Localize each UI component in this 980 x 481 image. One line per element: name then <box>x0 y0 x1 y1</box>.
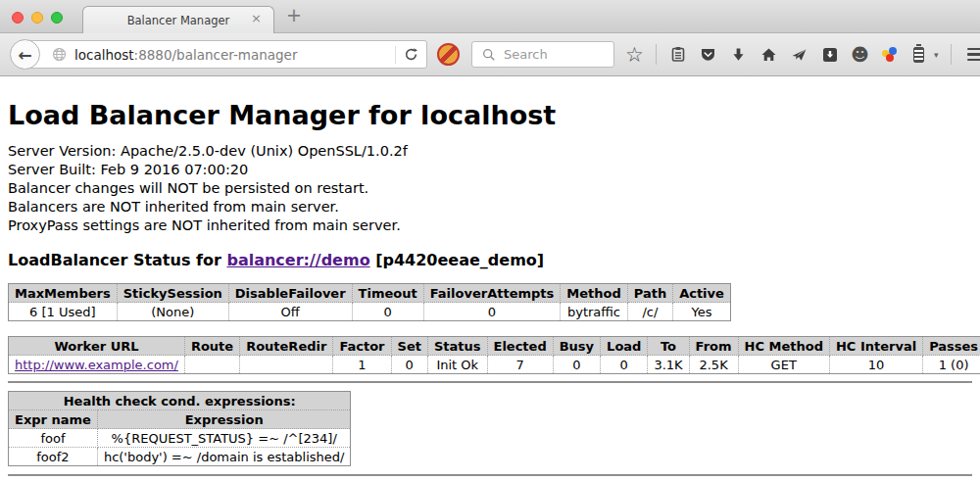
column-header: Active <box>673 284 731 303</box>
table-title-row: Health check cond. expressions: <box>9 392 351 410</box>
worker-url-link[interactable]: http://www.example.com/ <box>15 358 178 372</box>
chat-smiley-extension-icon[interactable]: ☻ <box>851 44 869 66</box>
url-text[interactable]: localhost:8880/balancer-manager <box>74 47 389 63</box>
from-cell: 2.5K <box>689 356 738 374</box>
search-bar[interactable]: Search <box>471 41 614 68</box>
route-cell <box>184 356 239 374</box>
hc-method-cell: GET <box>738 356 829 374</box>
table-row: 6 [1 Used] (None) Off 0 0 bytraffic /c/ … <box>9 303 731 321</box>
column-header: MaxMembers <box>9 284 118 303</box>
timeout-cell: 0 <box>352 303 423 321</box>
column-header: Load <box>601 337 648 356</box>
menu-hamburger-icon[interactable] <box>967 48 980 62</box>
path-cell: /c/ <box>627 303 672 321</box>
minimize-window-button[interactable] <box>31 12 43 24</box>
window-titlebar: Balancer Manager × + <box>0 0 980 33</box>
routeredir-cell <box>240 356 333 374</box>
downloads-icon[interactable] <box>729 44 748 66</box>
set-cell: 0 <box>391 356 427 374</box>
tab-close-icon[interactable]: × <box>251 11 262 25</box>
busy-cell: 0 <box>553 356 600 374</box>
urlbar-divider <box>395 46 396 64</box>
pocket-icon[interactable] <box>699 44 717 66</box>
url-bar[interactable]: localhost:8880/balancer-manager <box>24 40 427 69</box>
server-built-line: Server Built: Feb 9 2016 07:00:20 <box>8 161 972 179</box>
expr-name-cell: foof2 <box>9 448 98 466</box>
passes-cell: 1 (0) <box>923 356 980 374</box>
balancer-summary-table: MaxMembers StickySession DisableFailover… <box>8 283 731 321</box>
table-header-row: Worker URL Route RouteRedir Factor Set S… <box>9 337 980 356</box>
content-blocker-extension-icon[interactable] <box>437 43 460 66</box>
health-check-table: Health check cond. expressions: Expr nam… <box>8 391 351 466</box>
horizontal-rule <box>8 474 972 476</box>
tab-title: Balancer Manager <box>127 14 230 27</box>
table-row: http://www.example.com/ 1 0 Init Ok 7 0 … <box>9 356 980 374</box>
column-header: DisableFailover <box>228 284 352 303</box>
column-header: Worker URL <box>9 337 185 356</box>
new-tab-button[interactable]: + <box>286 4 302 25</box>
column-header: Factor <box>333 337 391 356</box>
navigation-toolbar: ← localhost:8880/balancer-manager Search… <box>0 33 980 76</box>
worker-table: Worker URL Route RouteRedir Factor Set S… <box>8 336 980 374</box>
column-header: RouteRedir <box>240 337 333 356</box>
balancer-status-heading: LoadBalancer Status for balancer://demo … <box>8 251 972 269</box>
close-window-button[interactable] <box>12 12 24 24</box>
url-domain: localhost <box>74 47 134 63</box>
column-header: Busy <box>553 337 600 356</box>
column-header: Passes <box>923 337 980 356</box>
bookmark-star-icon[interactable]: ☆ <box>625 44 644 66</box>
column-header: Elected <box>487 337 553 356</box>
search-icon <box>479 44 498 66</box>
to-cell: 3.1K <box>648 356 689 374</box>
bookmarks-menu-icon[interactable] <box>668 44 687 66</box>
method-cell: bytraffic <box>561 303 627 321</box>
toolbar-divider <box>951 44 952 65</box>
server-version-line: Server Version: Apache/2.5.0-dev (Unix) … <box>8 142 972 161</box>
zoom-window-button[interactable] <box>51 12 63 24</box>
failoverattempts-cell: 0 <box>423 303 561 321</box>
maxmembers-cell: 6 [1 Used] <box>9 303 118 321</box>
download-extension-icon[interactable] <box>820 44 839 66</box>
colored-dots-extension-icon[interactable] <box>881 46 898 63</box>
balancer-demo-link[interactable]: balancer://demo <box>226 251 369 269</box>
table-row: foof %{REQUEST_STATUS} =~ /^[234]/ <box>9 429 351 448</box>
column-header: Expr name <box>9 410 98 429</box>
battery-extension-icon[interactable] <box>909 44 928 66</box>
send-to-device-icon[interactable] <box>790 44 808 66</box>
search-placeholder: Search <box>504 47 548 62</box>
traffic-lights <box>12 12 63 24</box>
page-title: Load Balancer Manager for localhost <box>8 100 972 130</box>
status-cell: Init Ok <box>427 356 487 374</box>
expression-cell: hc('body') =~ /domain is established/ <box>97 448 351 466</box>
column-header: Status <box>427 337 487 356</box>
expr-name-cell: foof <box>9 429 98 448</box>
server-info-block: Server Version: Apache/2.5.0-dev (Unix) … <box>8 142 972 235</box>
column-header: HC Method <box>738 337 829 356</box>
column-header: HC Interval <box>829 337 922 356</box>
active-cell: Yes <box>673 303 731 321</box>
table-header-row: Expr name Expression <box>9 410 351 429</box>
factor-cell: 1 <box>333 356 391 374</box>
stickysession-cell: (None) <box>117 303 228 321</box>
page-content: Load Balancer Manager for localhost Serv… <box>0 100 980 476</box>
hc-interval-cell: 10 <box>829 356 922 374</box>
column-header: FailoverAttempts <box>423 284 561 303</box>
overflow-caret-icon[interactable]: ▾ <box>934 50 939 60</box>
home-icon[interactable] <box>760 44 778 66</box>
browser-tab[interactable]: Balancer Manager × <box>82 6 274 34</box>
heading-prefix: LoadBalancer Status for <box>8 251 226 269</box>
persist-note-line: Balancer changes will NOT be persisted o… <box>8 179 972 198</box>
column-header: Path <box>627 284 672 303</box>
inherit-note-line: Balancers are NOT inherited from main se… <box>8 198 972 216</box>
elected-cell: 7 <box>487 356 553 374</box>
proxypass-note-line: ProxyPass settings are NOT inherited fro… <box>8 216 972 235</box>
column-header: Set <box>391 337 427 356</box>
load-cell: 0 <box>601 356 648 374</box>
site-identity-globe-icon[interactable] <box>50 44 69 66</box>
column-header: Route <box>184 337 239 356</box>
health-check-table-title: Health check cond. expressions: <box>9 392 351 410</box>
disablefailover-cell: Off <box>228 303 352 321</box>
column-header: Timeout <box>352 284 423 303</box>
reload-icon[interactable] <box>402 44 420 66</box>
back-button[interactable]: ← <box>10 39 40 70</box>
